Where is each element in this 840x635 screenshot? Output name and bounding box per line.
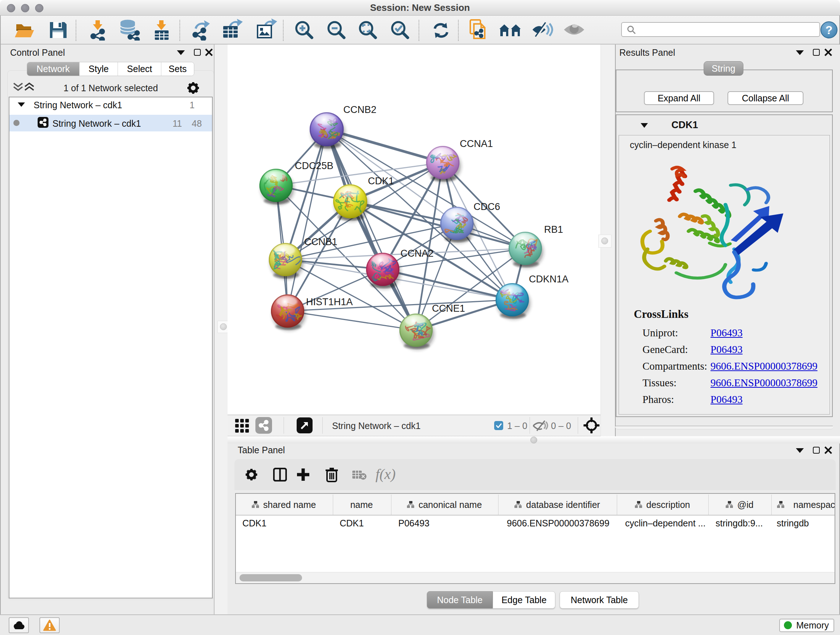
svg-text:CDKN1A: CDKN1A <box>529 274 569 285</box>
svg-text:RB1: RB1 <box>544 224 563 235</box>
svg-text:CCNE1: CCNE1 <box>432 303 465 314</box>
svg-text:CDK1: CDK1 <box>368 176 394 187</box>
svg-text:CDC6: CDC6 <box>474 201 500 212</box>
svg-text:CDC25B: CDC25B <box>295 160 333 171</box>
svg-text:HIST1H1A: HIST1H1A <box>306 296 353 307</box>
svg-text:CCNA1: CCNA1 <box>460 138 493 149</box>
svg-text:CCNB2: CCNB2 <box>343 104 377 115</box>
svg-text:CCNB1: CCNB1 <box>304 236 338 247</box>
svg-text:CCNA2: CCNA2 <box>401 248 434 259</box>
